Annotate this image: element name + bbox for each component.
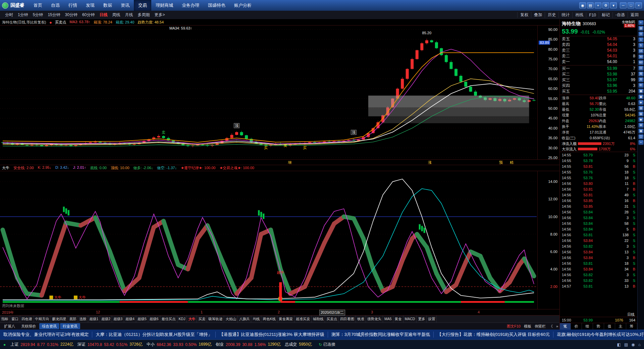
order-book-row[interactable]: 买一53.997 bbox=[560, 66, 637, 71]
rail-button-17[interactable]: ◉ bbox=[638, 117, 644, 122]
index-name[interactable]: 创业 bbox=[216, 342, 224, 347]
tab-黄金[interactable]: 黄金 bbox=[393, 315, 404, 322]
period-周线[interactable]: 周线 bbox=[110, 12, 122, 18]
news-item[interactable]: 测算：3月70城房价指数同比涨幅收窄至逾年半新低 bbox=[328, 332, 434, 338]
tab-超级5[interactable]: 超级5 bbox=[136, 315, 148, 322]
rail-button-6[interactable]: 30 bbox=[638, 54, 644, 59]
tab-中期方向[interactable]: 中期方向 bbox=[34, 315, 51, 322]
tab-综合资讯[interactable]: 综合资讯 bbox=[39, 323, 59, 329]
menu-item-10[interactable]: 账户分析 bbox=[230, 0, 256, 11]
quote-tab-主[interactable]: 主 bbox=[615, 323, 626, 330]
quote-tab-势[interactable]: 势 bbox=[593, 323, 604, 330]
tab-模板[interactable]: 模板 bbox=[524, 324, 531, 329]
order-book-row[interactable]: 卖四54.043 bbox=[560, 42, 637, 48]
order-book-row[interactable]: 买二53.9837 bbox=[560, 71, 637, 77]
index-name[interactable]: 上证 bbox=[10, 342, 18, 347]
menu-item-9[interactable]: 国盛特色 bbox=[204, 0, 230, 11]
tab-超级6[interactable]: 超级6 bbox=[148, 315, 160, 322]
period-5分钟[interactable]: 5分钟 bbox=[31, 12, 46, 18]
panel-period-label[interactable]: 日线 bbox=[560, 312, 637, 317]
rail-button-10[interactable]: 月 bbox=[638, 77, 644, 82]
tab-四色谱[interactable]: 四色谱 bbox=[20, 315, 34, 322]
tab-辅助线[interactable]: 辅助线 bbox=[312, 315, 325, 322]
main-candle-chart[interactable]: 85.20顶顶卖买卖买 90.0085.0080.0075.0070.0065.… bbox=[0, 26, 559, 160]
order-book-row[interactable]: 买四53.963 bbox=[560, 83, 637, 89]
rail-button-14[interactable]: ◈ bbox=[638, 100, 644, 105]
tool-统计[interactable]: 统计 bbox=[558, 12, 572, 18]
tab-两色K线[interactable]: 两色K线 bbox=[261, 315, 277, 322]
order-book-row[interactable]: 买五53.95204 bbox=[560, 89, 637, 94]
rail-button-20[interactable]: ◫ bbox=[638, 134, 644, 139]
tab-大牛[interactable]: 大牛 bbox=[187, 315, 197, 322]
rail-button-19[interactable]: ▩ bbox=[638, 129, 644, 134]
menu-item-8[interactable]: 业务办理 bbox=[177, 0, 204, 11]
menu-item-7[interactable]: 理财商城 bbox=[151, 0, 177, 11]
order-book-row[interactable]: 卖一54.001 bbox=[560, 59, 637, 65]
tab-均线[interactable]: 均线 bbox=[251, 315, 261, 322]
status-icon-2[interactable]: ◉ bbox=[631, 342, 635, 347]
rail-button-1[interactable]: ▤ bbox=[638, 26, 644, 31]
news-item[interactable]: 【大行报告】花旗：维持融创(01918)买入评级 目标价60元 bbox=[433, 332, 553, 338]
tab-超级4[interactable]: 超级4 bbox=[124, 315, 136, 322]
order-book-row[interactable]: 卖二54.018 bbox=[560, 53, 637, 59]
rail-button-2[interactable]: 分 bbox=[638, 32, 644, 37]
period-30分钟[interactable]: 30分钟 bbox=[63, 12, 80, 18]
tool-F10[interactable]: F10 bbox=[586, 13, 599, 17]
order-book-row[interactable]: 卖三54.033 bbox=[560, 48, 637, 53]
rail-button-11[interactable]: 年 bbox=[638, 83, 644, 88]
period-日线[interactable]: 日线 bbox=[97, 12, 110, 18]
tool-画线[interactable]: 画线 bbox=[572, 12, 586, 18]
status-icon-1[interactable]: ▤ bbox=[624, 342, 628, 347]
close-button[interactable]: × bbox=[635, 2, 642, 8]
news-item[interactable]: 大摩：比亚迪（01211）分拆计划助发展,H股升级至「增持」 bbox=[92, 332, 215, 338]
period-15分钟[interactable]: 15分钟 bbox=[45, 12, 62, 18]
tab-»[interactable]: » bbox=[556, 324, 558, 328]
quote-tab-笔[interactable]: 笔 bbox=[560, 323, 571, 330]
rail-button-13[interactable]: ▣ bbox=[638, 94, 644, 99]
period-1分钟[interactable]: 1分钟 bbox=[15, 12, 31, 18]
tab-《[interactable]: 《 bbox=[549, 324, 553, 329]
news-item[interactable]: 取消保险专业、兼业代理许可证3年有效规定 bbox=[0, 332, 92, 338]
tab-超级1[interactable]: 超级1 bbox=[88, 315, 100, 322]
period-60分钟[interactable]: 60分钟 bbox=[80, 12, 97, 18]
tab-买卖点[interactable]: 买卖点 bbox=[325, 315, 339, 322]
tool-历史[interactable]: 历史 bbox=[545, 12, 558, 18]
indicator-chart-canvas[interactable]: 大牛大牛超牛 bbox=[0, 171, 559, 309]
period-分时[interactable]: 分时 bbox=[3, 12, 15, 18]
rail-button-5[interactable]: 15 bbox=[638, 49, 644, 54]
rail-button-8[interactable]: 日 bbox=[638, 66, 644, 71]
tab-设置[interactable]: 设置 bbox=[427, 315, 437, 322]
rail-button-4[interactable]: 5 bbox=[638, 43, 644, 48]
tool-复权[interactable]: 复权 bbox=[517, 12, 531, 18]
quote-tab-价[interactable]: 价 bbox=[571, 323, 582, 330]
status-icon-3[interactable]: ⌂ bbox=[638, 342, 641, 347]
tab-吸筹轨迹[interactable]: 吸筹轨迹 bbox=[207, 315, 224, 322]
tab-KDJ[interactable]: KDJ bbox=[177, 315, 187, 322]
menu-item-1[interactable]: 自选 bbox=[47, 0, 64, 11]
tab-关联报价[interactable]: 关联报价 bbox=[18, 323, 39, 329]
tab-买卖[interactable]: 买卖 bbox=[197, 315, 207, 322]
menu-item-4[interactable]: 数据 bbox=[99, 0, 116, 11]
tab-铁准[interactable]: 铁准 bbox=[356, 315, 366, 322]
tool-返回[interactable]: 返回 bbox=[628, 12, 641, 18]
titlebar-icon-1[interactable]: ▤ bbox=[587, 2, 594, 8]
menu-item-2[interactable]: 行情 bbox=[64, 0, 82, 11]
period-月线[interactable]: 月线 bbox=[122, 12, 135, 18]
rail-button-21[interactable]: ▪ bbox=[638, 140, 644, 145]
rail-button-12[interactable]: ▦ bbox=[638, 89, 644, 94]
news-item[interactable]: 花旗:融创(01918)今年盈利增长或可达10%,吁买入 bbox=[553, 332, 644, 338]
tab-火焰山[interactable]: 火焰山 bbox=[224, 315, 238, 322]
tab-麒龙四星[interactable]: 麒龙四星 bbox=[51, 315, 68, 322]
status-icon-0[interactable]: ◧ bbox=[617, 342, 621, 347]
tab-MACD[interactable]: MACD bbox=[404, 315, 417, 322]
tab-MA5[interactable]: MA5 bbox=[383, 315, 393, 322]
menu-item-6[interactable]: 交易 bbox=[134, 0, 151, 11]
rail-button-3[interactable]: 1 bbox=[638, 37, 644, 42]
tab-扩展八[interactable]: 扩展八 bbox=[1, 323, 18, 329]
index-name[interactable]: 中小 bbox=[147, 342, 155, 347]
indicator-chart[interactable]: 大牛大牛超牛 14.0012.0010.008.006.004.002.00 用… bbox=[0, 171, 559, 309]
titlebar-icon-3[interactable]: ⚙ bbox=[602, 2, 609, 8]
titlebar-icon-0[interactable]: ◉ bbox=[579, 2, 586, 8]
tab-底部[interactable]: 底部 bbox=[68, 315, 78, 322]
tab-窗口[interactable]: 窗口 bbox=[10, 315, 20, 322]
